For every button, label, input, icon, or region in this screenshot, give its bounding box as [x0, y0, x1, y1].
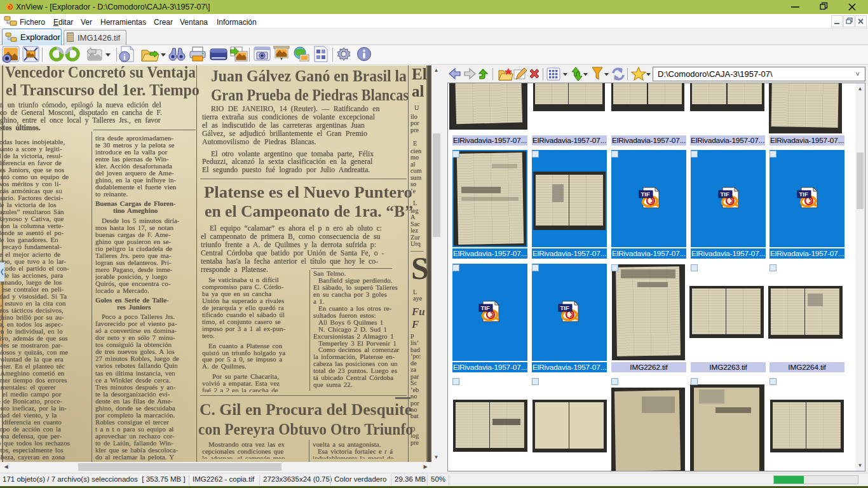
svg-text:Vencedor Concretó su Ventaja: Vencedor Concretó su Ventaja — [5, 65, 196, 81]
svg-text:Gran Prueba de Piedras Blancas: Gran Prueba de Piedras Blancas — [211, 86, 409, 104]
svg-text:C. Gil en Procura del Desquite: C. Gil en Procura del Desquite — [200, 401, 412, 418]
svg-text:con Pereyra Obtuvo Otro Triun: con Pereyra Obtuvo Otro Triunfo — [198, 421, 413, 438]
svg-text:Juan Gálvez Ganó en Brasil la: Juan Gálvez Ganó en Brasil la — [211, 67, 407, 85]
svg-text:el Transcurso del 1er. Tiempo: el Transcurso del 1er. Tiempo — [6, 81, 200, 98]
svg-text:en el Campeonato de 1ra. “B”: en el Campeonato de 1ra. “B” — [205, 203, 413, 220]
svg-text:Platense es el Nuevo Puntero: Platense es el Nuevo Puntero — [204, 184, 412, 201]
svg-text:i: i — [123, 52, 126, 62]
